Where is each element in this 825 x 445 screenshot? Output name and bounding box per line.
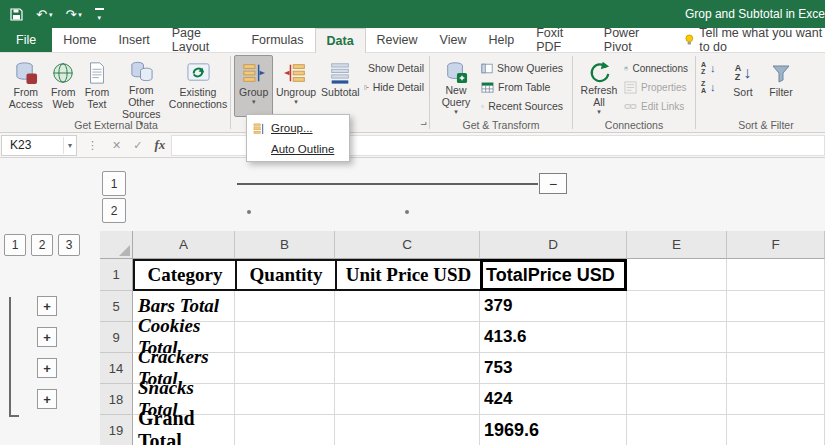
customize-toolbar-button[interactable]: ▾ bbox=[95, 8, 104, 21]
dialog-launcher-icon[interactable]: ⌐ bbox=[420, 120, 426, 130]
cell-B19[interactable] bbox=[235, 415, 335, 445]
tab-formulas[interactable]: Formulas bbox=[240, 28, 314, 52]
ungroup-button[interactable]: Ungroup ▾ bbox=[273, 55, 318, 117]
from-table-button[interactable]: From Table bbox=[479, 78, 565, 96]
sort-descending-button[interactable]: ZA ↓ bbox=[699, 78, 725, 96]
cell-F1[interactable] bbox=[727, 259, 825, 291]
column-header-C[interactable]: C bbox=[335, 231, 480, 259]
column-header-E[interactable]: E bbox=[627, 231, 727, 259]
save-button[interactable] bbox=[10, 8, 23, 21]
cell-A19[interactable]: Grand Total bbox=[133, 415, 235, 445]
row-outline-level-2-button[interactable]: 2 bbox=[31, 234, 53, 256]
cell-D14[interactable]: 753 bbox=[480, 353, 627, 384]
cell-E18[interactable] bbox=[627, 384, 727, 415]
existing-connections-button[interactable]: Existing Connections bbox=[169, 55, 227, 117]
from-web-button[interactable]: From Web bbox=[47, 55, 81, 117]
cell-F18[interactable] bbox=[727, 384, 825, 415]
row-header-18[interactable]: 18 bbox=[100, 384, 133, 415]
expand-group-cookies-button[interactable]: + bbox=[37, 327, 57, 347]
column-header-B[interactable]: B bbox=[235, 231, 335, 259]
properties-button[interactable]: Properties bbox=[622, 78, 690, 96]
select-all-corner[interactable] bbox=[100, 231, 133, 259]
tab-review[interactable]: Review bbox=[366, 28, 429, 52]
enter-icon[interactable]: ✓ bbox=[127, 139, 148, 152]
row-header-1[interactable]: 1 bbox=[100, 259, 133, 291]
filter-button[interactable]: Filter bbox=[761, 55, 801, 117]
redo-button[interactable]: ↷▾ bbox=[65, 7, 81, 22]
group-button[interactable]: Group ▾ bbox=[234, 55, 273, 117]
from-text-button[interactable]: From Text bbox=[80, 55, 114, 117]
cell-E9[interactable] bbox=[627, 322, 727, 353]
new-query-button[interactable]: New Query ▾ bbox=[433, 55, 479, 117]
tab-home[interactable]: Home bbox=[52, 28, 107, 52]
col-outline-level-1-button[interactable]: 1 bbox=[102, 171, 126, 196]
cell-D18[interactable]: 424 bbox=[480, 384, 627, 415]
tab-file[interactable]: File bbox=[0, 28, 52, 52]
insert-function-icon[interactable]: fx bbox=[148, 137, 171, 153]
cell-F14[interactable] bbox=[727, 353, 825, 384]
row-header-5[interactable]: 5 bbox=[100, 291, 133, 322]
expand-group-snacks-button[interactable]: + bbox=[37, 389, 57, 409]
show-queries-button[interactable]: Show Queries bbox=[479, 59, 565, 77]
tab-page-layout[interactable]: Page Layout bbox=[161, 28, 241, 52]
from-access-button[interactable]: From Access bbox=[5, 55, 47, 117]
cell-B1[interactable]: Quantity bbox=[235, 259, 335, 291]
menu-item-group[interactable]: Group... bbox=[247, 117, 349, 138]
cell-C9[interactable] bbox=[335, 322, 480, 353]
cell-E5[interactable] bbox=[627, 291, 727, 322]
tell-me-box[interactable]: Tell me what you want to do bbox=[684, 28, 825, 52]
row-header-14[interactable]: 14 bbox=[100, 353, 133, 384]
tab-data[interactable]: Data bbox=[315, 28, 366, 53]
name-box[interactable]: K23 ▾ bbox=[1, 135, 77, 156]
cell-B14[interactable] bbox=[235, 353, 335, 384]
cell-F19[interactable] bbox=[727, 415, 825, 445]
row-outline-level-1-button[interactable]: 1 bbox=[4, 234, 26, 256]
cell-E1[interactable] bbox=[627, 259, 727, 291]
show-detail-button[interactable]: Show Detail bbox=[362, 59, 426, 77]
cell-B5[interactable] bbox=[235, 291, 335, 322]
expand-group-bars-button[interactable]: + bbox=[37, 296, 57, 316]
row-outline-level-3-button[interactable]: 3 bbox=[58, 234, 80, 256]
cell-A1[interactable]: Category bbox=[133, 259, 235, 291]
collapse-column-group-button[interactable]: − bbox=[539, 173, 567, 194]
column-header-A[interactable]: A bbox=[133, 231, 235, 259]
cell-C5[interactable] bbox=[335, 291, 480, 322]
cell-E14[interactable] bbox=[627, 353, 727, 384]
menu-item-auto-outline[interactable]: Auto Outline bbox=[247, 138, 349, 159]
cell-C14[interactable] bbox=[335, 353, 480, 384]
cell-B9[interactable] bbox=[235, 322, 335, 353]
cell-D1[interactable]: TotalPrice USD bbox=[480, 259, 627, 291]
from-other-sources-button[interactable]: From Other Sources ▾ bbox=[114, 55, 169, 117]
cell-C1[interactable]: Unit Price USD bbox=[335, 259, 480, 291]
cell-C18[interactable] bbox=[335, 384, 480, 415]
tab-insert[interactable]: Insert bbox=[108, 28, 161, 52]
expand-group-crackers-button[interactable]: + bbox=[37, 358, 57, 378]
cell-D5[interactable]: 379 bbox=[480, 291, 627, 322]
cell-D19[interactable]: 1969.6 bbox=[480, 415, 627, 445]
chevron-down-icon[interactable]: ▾ bbox=[63, 137, 76, 154]
hide-detail-button[interactable]: Hide Detail bbox=[362, 78, 426, 96]
sort-ascending-button[interactable]: AZ ↓ bbox=[699, 59, 725, 77]
tab-power-pivot[interactable]: Power Pivot bbox=[593, 28, 670, 52]
undo-button[interactable]: ↶▾ bbox=[36, 7, 52, 22]
sort-button[interactable]: AZ ↓ Sort bbox=[725, 55, 761, 117]
row-header-9[interactable]: 9 bbox=[100, 322, 133, 353]
formula-bar-handle[interactable]: ⋮ bbox=[77, 139, 106, 152]
tab-foxit-pdf[interactable]: Foxit PDF bbox=[525, 28, 593, 52]
tab-view[interactable]: View bbox=[429, 28, 478, 52]
tab-help[interactable]: Help bbox=[477, 28, 525, 52]
cell-E19[interactable] bbox=[627, 415, 727, 445]
cell-B18[interactable] bbox=[235, 384, 335, 415]
refresh-all-button[interactable]: Refresh All ▾ bbox=[576, 55, 622, 117]
subtotal-button[interactable]: Subtotal bbox=[319, 55, 362, 117]
connections-button[interactable]: Connections bbox=[622, 59, 690, 77]
cell-F9[interactable] bbox=[727, 322, 825, 353]
column-header-D[interactable]: D bbox=[480, 231, 627, 259]
cell-F5[interactable] bbox=[727, 291, 825, 322]
cell-C19[interactable] bbox=[335, 415, 480, 445]
cell-D9[interactable]: 413.6 bbox=[480, 322, 627, 353]
column-header-F[interactable]: F bbox=[727, 231, 825, 259]
col-outline-level-2-button[interactable]: 2 bbox=[102, 198, 126, 223]
edit-links-button[interactable]: Edit Links bbox=[622, 97, 690, 115]
row-header-19[interactable]: 19 bbox=[100, 415, 133, 445]
